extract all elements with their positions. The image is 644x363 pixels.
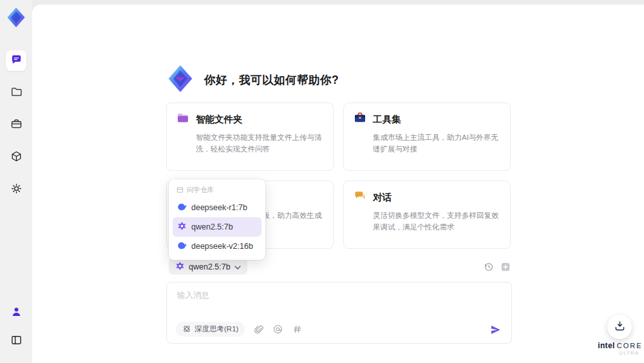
model-selector-value: qwen2.5:7b — [189, 262, 231, 271]
deepseek-icon — [177, 240, 187, 252]
intel-product: core — [617, 342, 643, 349]
model-option-deepseek-r1[interactable]: deepseek-r1:7b — [173, 198, 261, 217]
main-panel: 你好，我可以如何帮助你? 智能文件夹 智能文件夹功能支持批量文件上传与清洗，轻松… — [32, 5, 644, 363]
new-chat-icon[interactable] — [500, 261, 511, 272]
card-toolset[interactable]: 工具集 集成市场上主流工具，助力AI与外界无缝扩展与对接 — [343, 103, 511, 171]
conversation-tools — [483, 261, 511, 272]
download-button[interactable] — [607, 315, 632, 339]
chat-icon — [10, 54, 23, 68]
cube-icon — [10, 150, 23, 165]
deep-think-toggle[interactable]: 深度思考(R1) — [176, 322, 245, 337]
qwen-icon — [175, 261, 185, 273]
dialog-icon — [354, 190, 366, 205]
sidebar-item-chat[interactable] — [6, 50, 26, 71]
model-repo-label: 问学仓库 — [187, 186, 214, 195]
sidebar-item-models[interactable] — [6, 147, 26, 168]
input-toolbar: 深度思考(R1) — [176, 322, 303, 337]
card-smart-folder[interactable]: 智能文件夹 智能文件夹功能支持批量文件上传与清洗，轻松实现文件问答 — [166, 103, 334, 171]
qwen-icon — [177, 221, 187, 233]
card-description: 集成市场上主流工具，助力AI与外界无缝扩展与对接 — [373, 132, 500, 155]
send-icon[interactable] — [488, 322, 502, 337]
message-input[interactable] — [176, 289, 500, 317]
intel-tier: ultra — [598, 350, 643, 356]
model-option-label: deepseek-v2:16b — [191, 242, 253, 251]
panel-icon — [10, 334, 23, 349]
card-dialog[interactable]: 对话 灵活切换多模型文件，支持多样回复效果调试，满足个性化需求 — [343, 181, 511, 249]
sidebar-item-folders[interactable] — [6, 83, 26, 103]
intel-brand: intel — [598, 341, 614, 350]
deep-think-icon — [182, 324, 191, 335]
deep-think-label: 深度思考(R1) — [194, 324, 238, 334]
user-icon — [10, 306, 23, 320]
model-option-label: qwen2.5:7b — [191, 222, 233, 231]
sidebar-item-panel-toggle[interactable] — [6, 331, 26, 351]
deepseek-icon — [177, 202, 187, 213]
chat-input-box: 深度思考(R1) — [166, 282, 512, 344]
attach-file-icon[interactable] — [253, 324, 264, 335]
card-title: 对话 — [373, 191, 392, 204]
sidebar-item-settings[interactable] — [6, 179, 26, 200]
card-title: 智能文件夹 — [196, 113, 243, 126]
download-icon — [614, 320, 626, 335]
card-description: 智能文件夹功能支持批量文件上传与清洗，轻松实现文件问答 — [196, 132, 323, 155]
assistant-logo-icon — [166, 64, 195, 96]
model-option-deepseek-v2[interactable]: deepseek-v2:16b — [173, 237, 261, 256]
model-repo-group: 问学仓库 — [173, 183, 261, 198]
repo-icon — [176, 186, 184, 195]
at-mention-icon[interactable] — [272, 324, 283, 335]
model-option-label: deepseek-r1:7b — [191, 203, 247, 212]
model-option-qwen[interactable]: qwen2.5:7b — [173, 217, 261, 237]
sidebar-item-toolbox[interactable] — [6, 115, 26, 135]
gear-icon — [10, 182, 23, 197]
app-logo-icon — [5, 6, 27, 28]
intel-core-ultra-badge: intel core ultra — [598, 341, 643, 356]
prompt-hash-icon[interactable] — [292, 324, 303, 335]
card-description: 灵活切换多模型文件，支持多样回复效果调试，满足个性化需求 — [373, 210, 500, 233]
model-selector[interactable]: qwen2.5:7b — [169, 259, 247, 275]
history-icon[interactable] — [483, 261, 494, 272]
greeting-title: 你好，我可以如何帮助你? — [204, 72, 339, 88]
greeting-row: 你好，我可以如何帮助你? — [166, 64, 339, 96]
smart-folder-icon — [176, 112, 189, 127]
chevron-down-icon — [234, 262, 241, 271]
sidebar-item-user[interactable] — [6, 302, 26, 323]
briefcase-icon — [10, 118, 23, 133]
sidebar — [0, 0, 32, 363]
card-title: 工具集 — [373, 113, 401, 126]
toolset-icon — [354, 112, 366, 127]
app-window: 你好，我可以如何帮助你? 智能文件夹 智能文件夹功能支持批量文件上传与清洗，轻松… — [0, 0, 644, 363]
folder-icon — [10, 86, 23, 101]
model-dropdown: 问学仓库 deepseek-r1:7b qwen2.5:7b deepseek-… — [169, 179, 265, 260]
